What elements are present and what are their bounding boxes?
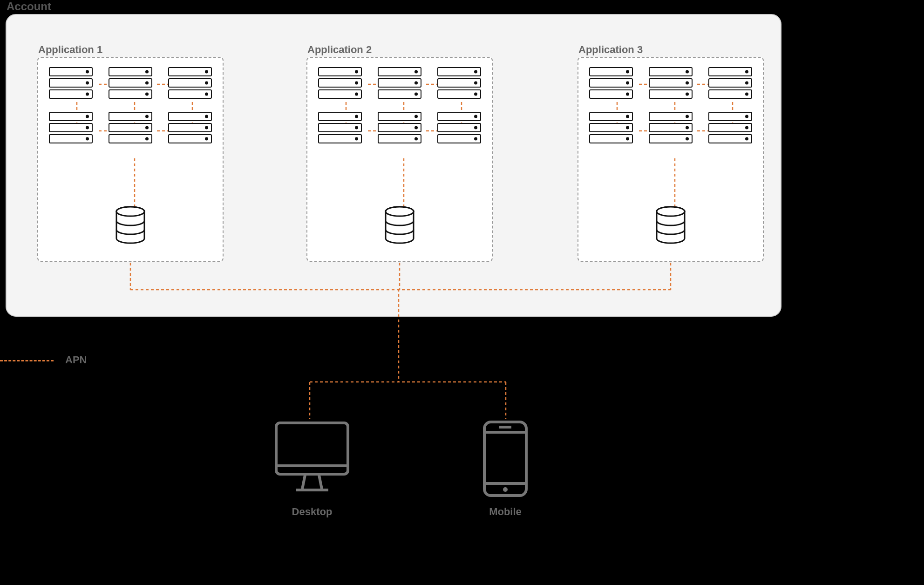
server-icon: [49, 78, 93, 88]
server-icon: [109, 134, 152, 143]
mobile-label: Mobile: [480, 506, 531, 518]
account-label: Account: [7, 0, 51, 13]
database-icon: [114, 206, 147, 247]
server-icon: [168, 89, 212, 99]
server-icon: [708, 134, 752, 143]
server-icon: [318, 123, 362, 132]
server-icon: [49, 89, 93, 99]
server-icon: [49, 123, 93, 132]
server-icon: [437, 134, 481, 143]
desktop-label: Desktop: [272, 506, 352, 518]
server-icon: [589, 89, 633, 99]
server-icon: [318, 78, 362, 88]
server-icon: [649, 89, 693, 99]
server-icon: [589, 134, 633, 143]
mobile-device: Mobile: [480, 419, 531, 518]
application-3-label: Application 3: [578, 44, 643, 56]
server-icon: [378, 112, 421, 121]
application-2-label: Application 2: [307, 44, 372, 56]
application-1-box: Application 1: [37, 57, 224, 262]
server-icon: [109, 78, 152, 88]
desktop-device: Desktop: [272, 419, 352, 518]
server-icon: [49, 112, 93, 121]
server-grid: [38, 67, 223, 143]
server-icon: [168, 134, 212, 143]
server-icon: [649, 134, 693, 143]
server-icon: [168, 67, 212, 76]
application-1-label: Application 1: [38, 44, 102, 56]
server-icon: [649, 112, 693, 121]
server-icon: [318, 67, 362, 76]
svg-point-19: [386, 207, 414, 216]
server-grid: [307, 67, 492, 143]
server-icon: [378, 89, 421, 99]
server-icon: [109, 112, 152, 121]
server-icon: [168, 123, 212, 132]
application-3-box: Application 3: [578, 57, 764, 262]
svg-point-29: [657, 207, 685, 216]
server-icon: [708, 123, 752, 132]
server-icon: [708, 78, 752, 88]
server-icon: [589, 123, 633, 132]
server-icon: [168, 112, 212, 121]
server-icon: [109, 67, 152, 76]
server-icon: [649, 67, 693, 76]
server-icon: [49, 134, 93, 143]
server-icon: [708, 89, 752, 99]
desktop-icon: [272, 419, 352, 498]
server-icon: [378, 67, 421, 76]
database-icon: [654, 206, 687, 247]
application-2-box: Application 2: [306, 57, 493, 262]
server-icon: [437, 89, 481, 99]
server-icon: [378, 78, 421, 88]
server-icon: [168, 78, 212, 88]
server-icon: [437, 78, 481, 88]
server-icon: [589, 112, 633, 121]
server-icon: [437, 123, 481, 132]
server-icon: [318, 89, 362, 99]
server-grid: [578, 67, 763, 143]
legend-line: [0, 360, 54, 361]
svg-point-9: [116, 207, 144, 216]
server-icon: [109, 89, 152, 99]
server-icon: [318, 134, 362, 143]
svg-point-44: [503, 487, 508, 492]
server-icon: [437, 67, 481, 76]
server-icon: [649, 78, 693, 88]
server-icon: [589, 67, 633, 76]
server-icon: [109, 123, 152, 132]
server-icon: [49, 67, 93, 76]
mobile-icon: [480, 419, 531, 498]
server-icon: [378, 134, 421, 143]
server-icon: [437, 112, 481, 121]
server-icon: [708, 67, 752, 76]
legend-label: APN: [65, 354, 87, 366]
server-icon: [649, 123, 693, 132]
server-icon: [378, 123, 421, 132]
server-icon: [589, 78, 633, 88]
server-icon: [318, 112, 362, 121]
database-icon: [383, 206, 416, 247]
server-icon: [708, 112, 752, 121]
account-container: Application 1: [6, 14, 781, 317]
